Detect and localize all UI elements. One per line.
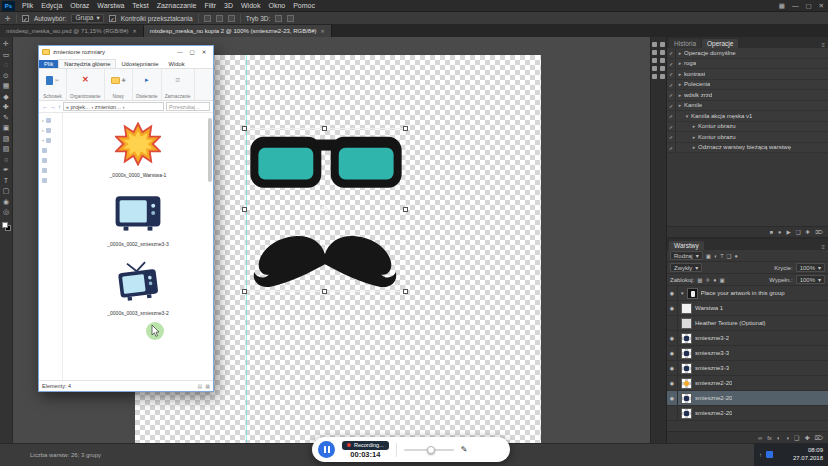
layer-group-row[interactable]: ◉▾Place your artwork in this group — [667, 286, 828, 301]
tool-crop[interactable]: ▦ — [3, 82, 10, 89]
lock-transparent-icon[interactable]: ▦ — [697, 277, 702, 283]
document-tab-1[interactable]: mixdesp_meska_wo.psd @ 71,15% (RGB/8#) ✕ — [0, 25, 144, 37]
new-folder-icon[interactable] — [111, 77, 120, 84]
action-set-row[interactable]: ✓▸Polecenia — [667, 80, 828, 91]
tab-operacje[interactable]: Operacje — [702, 39, 738, 48]
foreground-color-swatch[interactable] — [2, 222, 8, 228]
close-tab-icon[interactable]: ✕ — [132, 28, 136, 34]
menu-item-obraz[interactable]: Obraz — [66, 0, 93, 12]
ribbon-tab-udostepnianie[interactable]: Udostępnianie — [116, 60, 163, 68]
visibility-eye-icon[interactable]: ◉ — [667, 301, 678, 315]
explorer-title-bar[interactable]: zmienione rozmiary — ▢ ✕ — [39, 46, 213, 58]
tool-brush[interactable]: ✎ — [3, 114, 9, 121]
layer-row[interactable]: ◉smieszne2-20 — [667, 376, 828, 391]
tool-healing-brush[interactable]: ✚ — [3, 103, 9, 110]
include-check-icon[interactable]: ✓ — [667, 122, 676, 132]
layer-row[interactable]: ◉Warstwa 1 — [667, 301, 828, 316]
visibility-eye-icon[interactable]: ◉ — [667, 376, 678, 390]
breadcrumb[interactable]: « projek… › zmienion… › — [63, 102, 164, 111]
panel-icon[interactable] — [652, 42, 657, 47]
menu-item-pomoc[interactable]: Pomoc — [289, 0, 319, 12]
autoselect-dropdown[interactable]: Grupa ▾ — [71, 14, 103, 23]
layer-style-icon[interactable]: fx — [767, 435, 772, 441]
include-check-icon[interactable]: ✓ — [667, 111, 676, 121]
panel-icon[interactable] — [652, 66, 657, 71]
explorer-close-icon[interactable]: ✕ — [198, 49, 210, 55]
tool-type[interactable]: T — [4, 177, 8, 184]
new-item-icon[interactable]: ✚ — [122, 77, 126, 83]
tool-marquee[interactable]: ▭ — [3, 51, 10, 58]
layer-row[interactable]: ◉smieszne3-2 — [667, 331, 828, 346]
open-icon[interactable]: ▸ — [145, 76, 149, 84]
file-item-tv[interactable]: _0000s_0002_smieszne3-3 — [83, 187, 193, 256]
adjustment-layer-icon[interactable]: ◑ — [785, 435, 789, 441]
tool-move[interactable]: ✛ — [3, 40, 9, 47]
file-explorer-window[interactable]: zmienione rozmiary — ▢ ✕ Plik Narzędzia … — [38, 45, 214, 392]
align-right-icon[interactable] — [228, 15, 235, 22]
filter-pixel-icon[interactable]: ▣ — [706, 253, 711, 259]
visibility-eye-icon[interactable]: ◉ — [667, 361, 678, 375]
panel-icon[interactable] — [660, 66, 665, 71]
workspace-switcher-icon[interactable]: ▦ — [779, 2, 785, 10]
caret-icon[interactable]: ▸ — [676, 71, 684, 77]
action-set-row[interactable]: ✓▸Kamile — [667, 101, 828, 112]
align-center-icon[interactable] — [216, 15, 223, 22]
visibility-eye-icon[interactable]: ◉ — [667, 331, 678, 345]
panel-icon[interactable] — [660, 74, 665, 79]
link-layers-icon[interactable]: ∞ — [758, 435, 762, 441]
new-action-icon[interactable]: ✚ — [806, 229, 811, 235]
nav-tree-item[interactable]: ▸ — [42, 118, 59, 123]
delete-icon[interactable]: ✕ — [82, 76, 89, 84]
layer-row-selected[interactable]: ◉smieszne2-20 — [667, 391, 828, 406]
new-set-icon[interactable]: ❑ — [796, 229, 801, 235]
cut-icon[interactable]: ✂ — [55, 77, 59, 83]
align-left-icon[interactable] — [204, 15, 211, 22]
document-tab-2-active[interactable]: mixdesp_meska_no kopia 2 @ 100% (smieszn… — [144, 25, 332, 37]
tray-expand-icon[interactable]: ↑ — [759, 452, 762, 458]
close-tab-icon[interactable]: ✕ — [321, 28, 325, 34]
include-check-icon[interactable]: ✓ — [667, 132, 676, 142]
forward-icon[interactable]: → — [50, 104, 56, 110]
lock-image-icon[interactable]: ● — [713, 277, 716, 283]
annotate-pen-icon[interactable]: ✎ — [461, 445, 468, 454]
transform-handle-sw[interactable] — [242, 289, 247, 294]
menu-item-plik[interactable]: Plik — [18, 0, 37, 12]
tool-shape[interactable]: ▢ — [3, 187, 10, 194]
group-caret-icon[interactable]: ▾ — [681, 290, 684, 296]
panel-icon[interactable] — [660, 50, 665, 55]
delete-layer-icon[interactable]: ⌦ — [815, 434, 823, 441]
panel-icon[interactable] — [660, 58, 665, 63]
caret-icon[interactable]: ▸ — [690, 144, 698, 150]
panel-icon[interactable] — [652, 58, 657, 63]
tab-warstwy[interactable]: Warstwy — [669, 241, 704, 250]
visibility-eye-off[interactable] — [667, 316, 678, 330]
transform-handle-n[interactable] — [322, 126, 327, 131]
color-swatches[interactable] — [2, 222, 11, 231]
layer-row[interactable]: ◉smieszne3-3 — [667, 346, 828, 361]
visibility-eye-off[interactable] — [667, 406, 678, 420]
action-step-row[interactable]: ✓▸Odznacz warstwy bieżącą warstwę — [667, 143, 828, 154]
opacity-field[interactable]: 100% ▾ — [796, 263, 825, 272]
action-step-row[interactable]: ✓▸Kontur obrazu — [667, 122, 828, 133]
fill-field[interactable]: 100% ▾ — [796, 275, 825, 284]
filter-shape-icon[interactable]: ❑ — [727, 253, 732, 259]
transform-handle-nw[interactable] — [242, 126, 247, 131]
tool-eyedropper[interactable]: ◆ — [3, 93, 8, 100]
transform-reference-point[interactable] — [321, 206, 328, 213]
tab-historia[interactable]: Historia — [669, 39, 701, 48]
search-input[interactable]: Przeszukaj… — [166, 102, 210, 111]
maximize-window-icon[interactable]: ▢ — [805, 2, 811, 10]
slider-knob[interactable] — [427, 446, 435, 454]
nav-tree-item[interactable]: ▸ — [42, 128, 59, 133]
layer-row[interactable]: Heather Texture (Optional) — [667, 316, 828, 331]
action-set-row[interactable]: ✓▸roga — [667, 59, 828, 70]
include-check-icon[interactable]: ✓ — [667, 90, 676, 100]
caret-icon[interactable]: ▾ — [683, 113, 691, 119]
layer-row[interactable]: ◉smieszne3-3 — [667, 361, 828, 376]
include-check-icon[interactable]: ✓ — [667, 48, 676, 58]
action-step-row[interactable]: ✓▸Kontur obrazu — [667, 132, 828, 143]
panel-icon[interactable] — [652, 50, 657, 55]
panel-icon[interactable] — [660, 42, 665, 47]
new-layer-icon[interactable]: ✚ — [804, 434, 809, 441]
ribbon-tab-narzedzia-glowne[interactable]: Narzędzia główne — [58, 59, 116, 68]
